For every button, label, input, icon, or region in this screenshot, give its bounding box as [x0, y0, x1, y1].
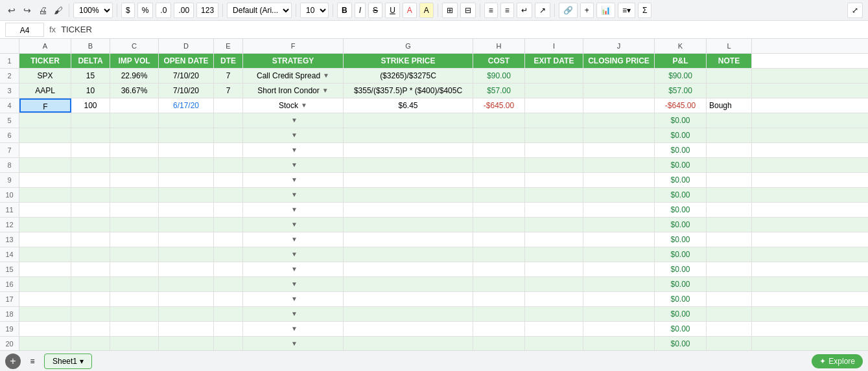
cell-g11[interactable] [344, 203, 473, 217]
cell-b11[interactable] [71, 203, 110, 217]
cell-e2[interactable]: 7 [214, 69, 243, 83]
cell-f7[interactable]: ▼ [243, 143, 344, 157]
cell-a11[interactable] [19, 203, 71, 217]
cell-f14[interactable]: ▼ [243, 247, 344, 262]
cell-f15[interactable]: ▼ [243, 262, 344, 276]
dropdown-arrow-f5[interactable]: ▼ [291, 113, 298, 128]
bold-button[interactable]: B [337, 3, 352, 18]
cell-i20[interactable] [525, 337, 583, 350]
cell-h13[interactable] [473, 232, 525, 247]
cell-l12[interactable] [707, 218, 752, 232]
cell-f19[interactable]: ▼ [243, 322, 344, 336]
cell-k14[interactable]: $0.00 [655, 247, 707, 262]
dropdown-arrow-f10[interactable]: ▼ [291, 188, 298, 202]
cell-f5[interactable]: ▼ [243, 113, 344, 128]
cell-c7[interactable] [110, 143, 159, 157]
dropdown-arrow-f9[interactable]: ▼ [291, 173, 298, 187]
cell-f6[interactable]: ▼ [243, 128, 344, 142]
zoom-select[interactable]: 100% [73, 3, 113, 18]
cell-j5[interactable] [583, 113, 655, 128]
cell-d13[interactable] [159, 232, 214, 247]
cell-a6[interactable] [19, 128, 71, 142]
header-delta[interactable]: DELTA [71, 54, 110, 68]
cell-i16[interactable] [525, 277, 583, 291]
cell-g13[interactable] [344, 232, 473, 247]
header-strike-price[interactable]: STRIKE PRICE [344, 54, 473, 68]
cell-g4[interactable]: $6.45 [344, 98, 473, 113]
function-button[interactable]: Σ [638, 3, 651, 18]
cell-g2[interactable]: ($3265)/$3275C [344, 69, 473, 83]
cell-c6[interactable] [110, 128, 159, 142]
cell-l18[interactable] [707, 307, 752, 321]
cell-k8[interactable]: $0.00 [655, 158, 707, 172]
cell-i13[interactable] [525, 232, 583, 247]
strikethrough-button[interactable]: S [368, 3, 382, 18]
cell-h12[interactable] [473, 218, 525, 232]
cell-g15[interactable] [344, 262, 473, 276]
cell-f17[interactable]: ▼ [243, 292, 344, 306]
dropdown-arrow-f12[interactable]: ▼ [291, 218, 298, 232]
cell-f9[interactable]: ▼ [243, 173, 344, 187]
cell-j13[interactable] [583, 232, 655, 247]
col-header-c[interactable]: C [110, 39, 159, 53]
cell-j7[interactable] [583, 143, 655, 157]
cell-b17[interactable] [71, 292, 110, 306]
cell-f12[interactable]: ▼ [243, 218, 344, 232]
cell-k16[interactable]: $0.00 [655, 277, 707, 291]
cell-a7[interactable] [19, 143, 71, 157]
cell-i15[interactable] [525, 262, 583, 276]
cell-c10[interactable] [110, 188, 159, 202]
cell-a19[interactable] [19, 322, 71, 336]
cell-b8[interactable] [71, 158, 110, 172]
cell-b20[interactable] [71, 337, 110, 350]
cell-h10[interactable] [473, 188, 525, 202]
cell-f3[interactable]: Short Iron Condor ▼ [243, 84, 344, 98]
cell-c17[interactable] [110, 292, 159, 306]
cell-a14[interactable] [19, 247, 71, 262]
cell-j15[interactable] [583, 262, 655, 276]
cell-i18[interactable] [525, 307, 583, 321]
font-family-select[interactable]: Default (Ari... [227, 3, 292, 18]
cell-k3[interactable]: $57.00 [655, 84, 707, 98]
cell-k15[interactable]: $0.00 [655, 262, 707, 276]
header-exit-date[interactable]: EXIT DATE [525, 54, 583, 68]
cell-j9[interactable] [583, 173, 655, 187]
cell-e20[interactable] [214, 337, 243, 350]
cell-b12[interactable] [71, 218, 110, 232]
cell-a17[interactable] [19, 292, 71, 306]
dropdown-arrow-f16[interactable]: ▼ [291, 277, 298, 291]
cell-g18[interactable] [344, 307, 473, 321]
decimal-increase-button[interactable]: .00 [174, 3, 194, 18]
cell-j12[interactable] [583, 218, 655, 232]
cell-d2[interactable]: 7/10/20 [159, 69, 214, 83]
cell-b18[interactable] [71, 307, 110, 321]
cell-a12[interactable] [19, 218, 71, 232]
cell-a9[interactable] [19, 173, 71, 187]
underline-button[interactable]: U [385, 3, 400, 18]
cell-g5[interactable] [344, 113, 473, 128]
cell-l8[interactable] [707, 158, 752, 172]
cell-h19[interactable] [473, 322, 525, 336]
dropdown-arrow-f2[interactable]: ▼ [323, 69, 329, 83]
cell-j18[interactable] [583, 307, 655, 321]
cell-h7[interactable] [473, 143, 525, 157]
dropdown-arrow-f17[interactable]: ▼ [291, 292, 298, 306]
cell-l20[interactable] [707, 337, 752, 350]
cell-j10[interactable] [583, 188, 655, 202]
cell-j19[interactable] [583, 322, 655, 336]
cell-j14[interactable] [583, 247, 655, 262]
cell-c5[interactable] [110, 113, 159, 128]
cell-f4[interactable]: Stock ▼ [243, 98, 344, 113]
cell-e11[interactable] [214, 203, 243, 217]
cell-k6[interactable]: $0.00 [655, 128, 707, 142]
cell-a5[interactable] [19, 113, 71, 128]
header-strategy[interactable]: STRATEGY [243, 54, 344, 68]
filter-button[interactable]: ≡▾ [618, 3, 635, 18]
cell-c15[interactable] [110, 262, 159, 276]
cell-h11[interactable] [473, 203, 525, 217]
cell-l7[interactable] [707, 143, 752, 157]
cell-d8[interactable] [159, 158, 214, 172]
cell-e12[interactable] [214, 218, 243, 232]
cell-b9[interactable] [71, 173, 110, 187]
cell-d3[interactable]: 7/10/20 [159, 84, 214, 98]
